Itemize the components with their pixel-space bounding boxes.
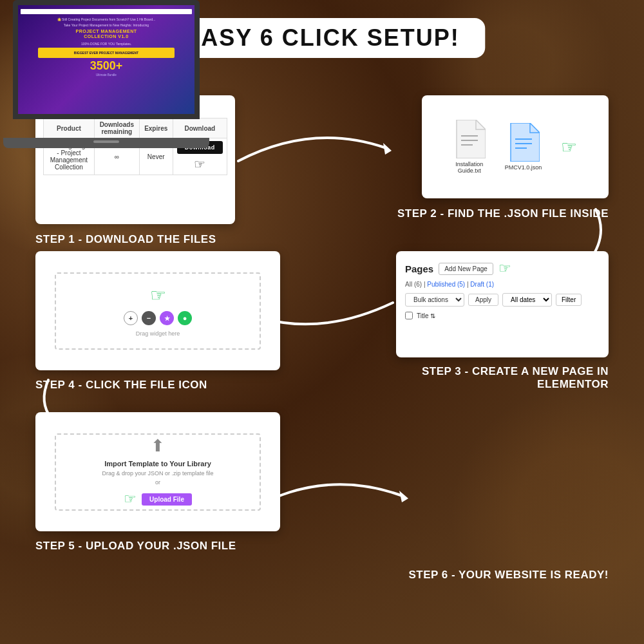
main-content: EASY 6 CLICK SETUP! Downloads Product Do… — [0, 0, 644, 644]
screen-inner: 🌟 Still Creating Project Documents from … — [18, 5, 194, 114]
widget-circle-icon[interactable]: ● — [178, 311, 192, 325]
step5-label: STEP 5 - UPLOAD YOUR .JSON FILE — [35, 540, 236, 553]
screen-yellow-text: BIGGEST EVER PROJECT MANAGEMENT — [74, 51, 138, 55]
svg-marker-6 — [383, 143, 392, 155]
screen-done: 100% DONE FOR YOU Templates. — [81, 42, 131, 46]
laptop-screen: 🌟 Still Creating Project Documents from … — [13, 0, 200, 119]
step6-card: 🌟 Still Creating Project Documents from … — [0, 0, 213, 148]
pages-actions-row: Bulk actions Apply All dates Filter — [405, 293, 600, 307]
import-actions: ☞ Upload File — [124, 491, 192, 507]
screen-desc: Ultimate Bundle — [96, 73, 117, 77]
file1-label: InstallationGuide.txt — [455, 161, 483, 174]
pages-filter-row: All (6) | Published (5) | Draft (1) — [405, 281, 600, 288]
screen-subtitle2: Take Your Project Management to New Heig… — [64, 23, 149, 27]
add-new-page-button[interactable]: Add New Page — [439, 263, 493, 275]
arrow-1-to-2 — [225, 116, 399, 174]
svg-marker-10 — [399, 491, 408, 502]
step4-label: STEP 4 - CLICK THE FILE ICON — [35, 379, 207, 392]
add-page-arrow-icon: ☞ — [498, 260, 511, 277]
pages-header: Pages Add New Page ☞ — [405, 260, 600, 277]
widget-star-icon[interactable]: ★ — [160, 311, 174, 325]
json-file-icon — [507, 123, 540, 162]
file1-wrap: InstallationGuide.txt — [453, 120, 486, 174]
import-subtitle: Drag & drop your JSON or .zip template f… — [102, 470, 213, 477]
pages-checkbox-row: Title ⇅ — [405, 312, 600, 319]
laptop-base — [3, 138, 209, 148]
apply-button[interactable]: Apply — [468, 294, 498, 306]
step3-card: Pages Add New Page ☞ All (6) | Published… — [396, 251, 609, 357]
step4-card: ☞ + − ★ ● Drag widget here — [35, 251, 280, 370]
import-or: or — [155, 479, 160, 486]
step1-label: STEP 1 - DOWNLOAD THE FILES — [35, 233, 216, 246]
upload-file-button[interactable]: Upload File — [142, 493, 192, 506]
drag-label: Drag widget here — [136, 330, 180, 337]
widget-plus-icon[interactable]: + — [124, 311, 138, 325]
cursor-icon: ☞ — [194, 156, 205, 172]
draft-filter[interactable]: Draft (1) — [470, 281, 494, 288]
screen-subtitle1: 🌟 Still Creating Project Documents from … — [57, 17, 156, 21]
step2-card: InstallationGuide.txt PMCV1.0.json ☞ — [422, 95, 609, 198]
published-filter[interactable]: Published (5) — [427, 281, 465, 288]
import-box: ⬆ Import Template to Your Library Drag &… — [55, 433, 261, 511]
screen-number: 3500+ — [90, 60, 123, 71]
all-dates-select[interactable]: All dates — [502, 293, 552, 307]
filter-button[interactable]: Filter — [556, 294, 582, 306]
select-all-checkbox[interactable] — [405, 312, 413, 319]
step2-label: STEP 2 - FIND THE .JSON FILE INSIDE — [397, 207, 609, 220]
page-title: EASY 6 CLICK SETUP! — [184, 24, 459, 52]
laptop-wrap: 🌟 Still Creating Project Documents from … — [0, 0, 213, 148]
upload-hand-icon: ☞ — [124, 491, 137, 507]
screen-yellow-banner: BIGGEST EVER PROJECT MANAGEMENT — [38, 48, 175, 58]
file2-wrap: PMCV1.0.json — [505, 123, 542, 171]
pages-title: Pages — [405, 263, 433, 274]
widget-icons-row: + − ★ ● — [124, 311, 192, 325]
bulk-actions-select[interactable]: Bulk actions — [405, 293, 464, 307]
widget-cursor-icon: ☞ — [150, 285, 166, 306]
import-upload-icon: ⬆ — [151, 436, 165, 456]
widget-minus-icon[interactable]: − — [142, 311, 156, 325]
step2-arrow-hand: ☞ — [561, 137, 577, 158]
title-col-label: Title ⇅ — [417, 312, 435, 319]
screen-main-title: PROJECT MANAGEMENTCOLLECTION V1.0 — [76, 29, 137, 40]
import-title: Import Template to Your Library — [104, 460, 211, 468]
txt-file-icon — [453, 120, 486, 158]
screen-top-bar — [21, 9, 192, 14]
file2-label: PMCV1.0.json — [505, 164, 542, 171]
widget-area: ☞ + − ★ ● Drag widget here — [55, 272, 261, 350]
step5-card: ⬆ Import Template to Your Library Drag &… — [35, 412, 280, 531]
step6-label: STEP 6 - YOUR WEBSITE IS READY! — [408, 569, 609, 582]
step3-label: STEP 3 - CREATE A NEW PAGE IN ELEMENTOR — [396, 365, 609, 391]
